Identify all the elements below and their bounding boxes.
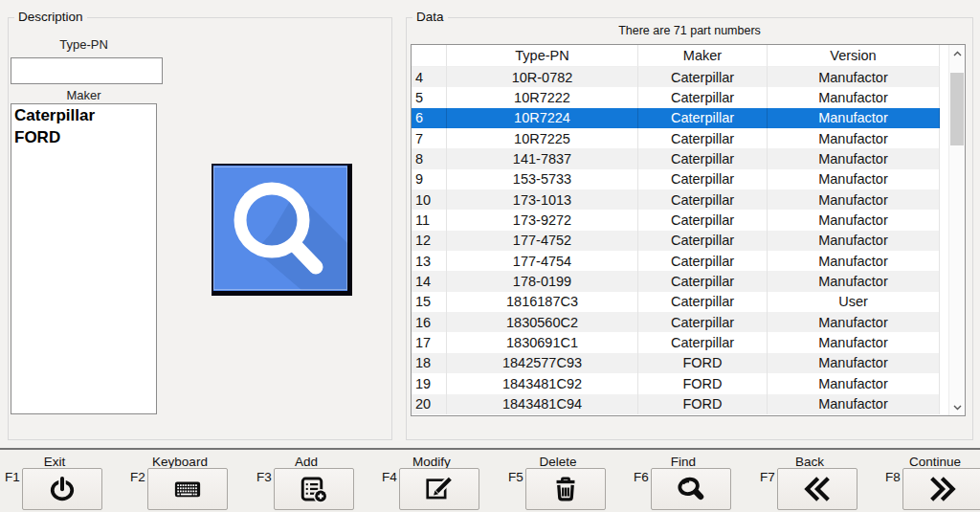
back-button[interactable]: [777, 468, 858, 510]
table-row[interactable]: 16 1830560C2 Caterpillar Manufactor: [412, 312, 940, 332]
fkey-label: F7: [760, 470, 775, 484]
version-cell: Manufactor: [768, 373, 940, 393]
table-row[interactable]: 4 10R-0782 Caterpillar Manufactor: [412, 67, 940, 87]
table-row[interactable]: 11 173-9272 Caterpillar Manufactor: [412, 210, 940, 230]
maker-listbox[interactable]: CaterpillarFORD: [11, 103, 157, 414]
row-number-cell: 13: [412, 251, 447, 271]
row-number-cell: 18: [412, 353, 447, 373]
header-type-pn: Type-PN: [447, 45, 638, 67]
toolbar-group: Find F6: [634, 454, 741, 512]
type-pn-cell: 177-4754: [447, 251, 638, 271]
row-number-cell: 5: [412, 87, 447, 107]
part-number-manager-window: Description Type-PN Maker CaterpillarFOR…: [0, 0, 980, 512]
trash-icon: [550, 474, 581, 504]
fkey-label: F1: [5, 470, 20, 484]
table-row[interactable]: 7 10R7225 Caterpillar Manufactor: [412, 128, 940, 148]
function-key-toolbar: Exit F1 Keyboard F2 Add F3 Modify F4 Del…: [0, 450, 980, 512]
toolbar-item-label: Modify: [382, 455, 481, 469]
header-version: Version: [768, 45, 940, 67]
type-pn-cell: 173-1013: [447, 189, 638, 210]
scroll-down-icon[interactable]: [949, 399, 965, 415]
row-number-cell: 14: [412, 271, 447, 291]
version-cell: Manufactor: [768, 67, 940, 87]
maker-cell: Caterpillar: [638, 169, 768, 189]
table-body: 4 10R-0782 Caterpillar Manufactor 5 10R7…: [412, 67, 948, 414]
scroll-up-icon[interactable]: [949, 45, 965, 61]
table-scrollbar[interactable]: [948, 45, 965, 415]
delete-button[interactable]: [525, 468, 606, 510]
table-row[interactable]: 6 10R7224 Caterpillar Manufactor: [412, 108, 940, 128]
version-cell: Manufactor: [768, 128, 940, 148]
row-number-cell: 15: [412, 292, 447, 312]
table-row[interactable]: 8 141-7837 Caterpillar Manufactor: [412, 148, 940, 168]
continue-icon: [925, 474, 960, 504]
maker-cell: Caterpillar: [638, 108, 768, 128]
type-pn-cell: 1843481C94: [447, 394, 638, 414]
toolbar-item-label: Keyboard: [130, 455, 230, 469]
maker-cell: Caterpillar: [638, 251, 768, 271]
type-pn-cell: 178-0199: [447, 271, 638, 291]
maker-cell: Caterpillar: [638, 189, 768, 210]
maker-list-item[interactable]: FORD: [11, 126, 156, 148]
toolbar-item-label: Exit: [5, 455, 104, 469]
add-button[interactable]: [274, 468, 354, 510]
maker-cell: FORD: [638, 394, 768, 414]
modify-button[interactable]: [399, 468, 479, 510]
table-row[interactable]: 9 153-5733 Caterpillar Manufactor: [412, 169, 940, 189]
table-row[interactable]: 17 1830691C1 Caterpillar Manufactor: [412, 332, 940, 352]
search-icon: [674, 474, 708, 504]
part-number-table: Type-PN Maker Version 4 10R-0782 Caterpi…: [411, 44, 966, 416]
maker-cell: Caterpillar: [638, 87, 768, 107]
version-cell: Manufactor: [768, 251, 940, 271]
maker-list-item[interactable]: Caterpillar: [11, 104, 156, 126]
description-groupbox: Description Type-PN Maker CaterpillarFOR…: [8, 17, 392, 440]
maker-cell: Caterpillar: [638, 292, 768, 312]
add-list-icon: [298, 474, 330, 504]
magnifier-icon: [213, 167, 347, 290]
table-row[interactable]: 12 177-4752 Caterpillar Manufactor: [412, 231, 940, 251]
continue-button[interactable]: [902, 468, 980, 510]
row-number-cell: 10: [412, 189, 447, 210]
row-number-cell: 11: [412, 210, 447, 230]
type-pn-cell: 1816187C3: [447, 292, 638, 312]
toolbar-item-label: Add: [256, 455, 356, 469]
table-row[interactable]: 14 178-0199 Caterpillar Manufactor: [412, 271, 940, 291]
find-button[interactable]: [651, 468, 731, 510]
back-icon: [800, 474, 835, 504]
table-row[interactable]: 18 1842577C93 FORD Manufactor: [412, 353, 940, 373]
exit-button[interactable]: [22, 468, 102, 510]
row-number-cell: 6: [412, 108, 447, 128]
table-row[interactable]: 15 1816187C3 Caterpillar User: [412, 292, 940, 312]
row-number-cell: 12: [412, 231, 447, 251]
maker-cell: Caterpillar: [638, 128, 768, 148]
toolbar-item-label: Back: [760, 455, 859, 469]
toolbar-group: Exit F1: [5, 454, 112, 512]
maker-label: Maker: [11, 88, 157, 102]
table-row[interactable]: 10 173-1013 Caterpillar Manufactor: [412, 189, 940, 210]
version-cell: Manufactor: [768, 189, 940, 210]
toolbar-group: Back F7: [760, 454, 867, 512]
version-cell: Manufactor: [768, 148, 940, 168]
version-cell: Manufactor: [768, 87, 940, 107]
version-cell: User: [768, 292, 940, 312]
table-row[interactable]: 20 1843481C94 FORD Manufactor: [412, 394, 940, 414]
table-row[interactable]: 5 10R7222 Caterpillar Manufactor: [412, 87, 940, 107]
type-pn-input[interactable]: [11, 57, 163, 84]
fkey-label: F6: [634, 470, 649, 484]
type-pn-label: Type-PN: [11, 37, 157, 52]
fkey-label: F2: [130, 470, 145, 484]
toolbar-item-label: Continue: [885, 455, 980, 469]
table-row[interactable]: 13 177-4754 Caterpillar Manufactor: [412, 251, 940, 271]
search-button[interactable]: [212, 164, 352, 296]
maker-cell: FORD: [638, 353, 768, 373]
toolbar-group: Keyboard F2: [130, 454, 237, 512]
table-row[interactable]: 19 1843481C92 FORD Manufactor: [412, 373, 940, 393]
data-groupbox: Data There are 71 part numbers Type-PN M…: [406, 17, 973, 440]
scrollbar-thumb[interactable]: [950, 73, 964, 145]
keyboard-button[interactable]: [147, 468, 228, 510]
type-pn-cell: 1843481C92: [447, 373, 638, 393]
version-cell: Manufactor: [768, 210, 940, 230]
type-pn-cell: 177-4752: [447, 231, 638, 251]
part-count-text: There are 71 part numbers: [407, 24, 972, 37]
power-icon: [46, 475, 78, 503]
